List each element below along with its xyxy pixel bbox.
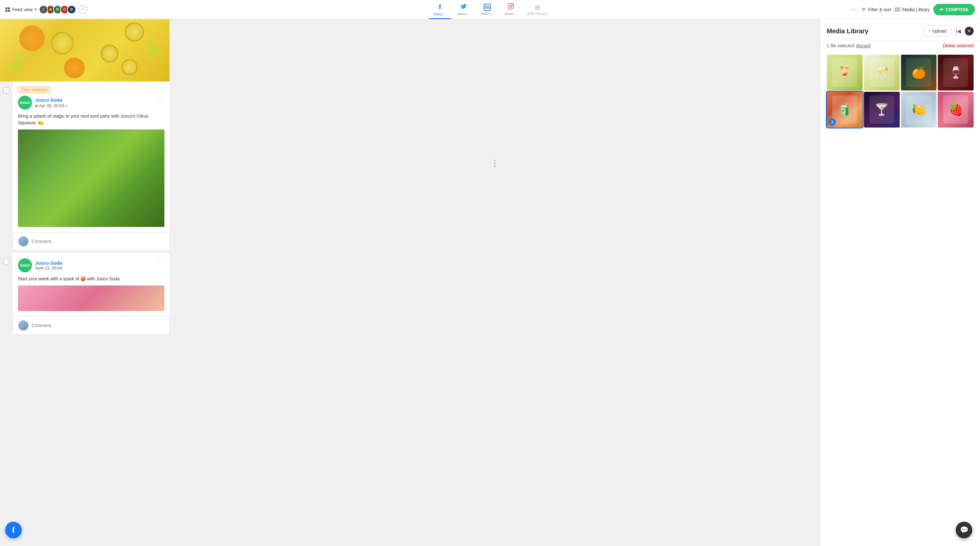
- comment-input-2[interactable]: [32, 323, 164, 328]
- upload-label: Upload: [932, 29, 947, 33]
- media-thumb-6[interactable]: 🍸: [864, 92, 900, 127]
- feed-view-button[interactable]: Feed view ▾: [5, 7, 37, 12]
- post1-image-placeholder: [18, 130, 164, 227]
- tab-linkedin[interactable]: in Jusco ...: [476, 0, 498, 19]
- discard-link[interactable]: discard: [856, 43, 870, 48]
- tab-instagram[interactable]: Jusco ...: [500, 0, 522, 19]
- delete-selected-button[interactable]: Delete selected: [943, 43, 974, 48]
- nav-right: ··· Filter & sort Media Library ✏ COMPOS…: [851, 4, 975, 15]
- post1-image: [18, 130, 164, 227]
- chevron-down-icon: ▾: [35, 7, 37, 11]
- avatar-4: D: [67, 5, 76, 14]
- media-thumb-2-image: 🥂: [864, 55, 900, 90]
- svg-point-6: [512, 5, 513, 5]
- post1-text: Bring a splash of magic to your next poo…: [18, 113, 164, 126]
- tab-facebook[interactable]: f Jusco ...: [429, 0, 451, 19]
- post2-container: Jusco Jusco Soda April 23, 20:59 ··· Sta…: [0, 253, 170, 316]
- svg-rect-1: [8, 7, 10, 9]
- post1-check-button[interactable]: [3, 87, 10, 94]
- main-layout: Citrus madness Jusco Jusco Soda ● Apr 29…: [0, 19, 980, 546]
- post1-tag: Citrus madness: [18, 87, 50, 93]
- tab-twitter[interactable]: Jusco ...: [452, 0, 475, 19]
- dot-1: [494, 160, 496, 162]
- add-pages-tab[interactable]: ⊞ ADD PAGES: [523, 0, 551, 19]
- post1-date-chevron[interactable]: ▾: [65, 103, 67, 108]
- media-thumb-1[interactable]: 🍹: [827, 55, 862, 90]
- post1-date: Apr 29, 20:59: [39, 103, 64, 108]
- comment-input-1[interactable]: [32, 239, 164, 244]
- collaborators-avatars: 2 A B C D: [39, 5, 74, 14]
- media-library-icon: [895, 7, 900, 12]
- post2-date: April 23, 20:59: [35, 266, 62, 270]
- comment-avatar-2: [18, 320, 29, 330]
- tab-facebook-label: Jusco ...: [433, 12, 447, 16]
- tab-instagram-label: Jusco ...: [504, 12, 517, 16]
- media-thumb-3-image: 🍊: [901, 55, 937, 90]
- svg-point-11: [897, 9, 898, 9]
- post2-more-button[interactable]: ···: [158, 258, 164, 265]
- plus-icon: +: [81, 7, 84, 12]
- media-library-collapse-button[interactable]: |◀: [954, 27, 963, 35]
- svg-rect-4: [508, 4, 514, 9]
- media-thumb-2[interactable]: 🥂: [864, 55, 900, 90]
- media-thumb-7[interactable]: 🍋: [901, 92, 937, 127]
- media-thumb-6-image: 🍸: [864, 92, 900, 127]
- add-user-button[interactable]: +: [78, 5, 87, 14]
- svg-point-5: [510, 5, 512, 8]
- post1-check-col: [0, 81, 13, 94]
- svg-rect-3: [8, 10, 10, 12]
- compose-icon: ✏: [940, 7, 943, 12]
- media-library-controls: 1 file selected discard Delete selected: [820, 41, 980, 51]
- dot-3: [494, 166, 496, 167]
- post2-check-button[interactable]: [3, 258, 10, 265]
- svg-rect-12: [899, 7, 900, 11]
- platform-tabs: f Jusco ... Jusco ... in Jusco ... Jusco…: [429, 0, 551, 19]
- media-thumb-5[interactable]: 🧃 1: [827, 92, 862, 127]
- top-navigation: Feed view ▾ 2 A B C D + f Jusco ... Jusc…: [0, 0, 980, 19]
- comment-avatar-1: [18, 236, 29, 246]
- media-thumb-4[interactable]: 🍷: [938, 55, 974, 90]
- post1-more-button[interactable]: ···: [158, 95, 164, 102]
- media-thumb-3[interactable]: 🍊: [901, 55, 937, 90]
- media-library-nav-label: Media Library: [903, 7, 930, 12]
- post1-wrap: Citrus madness Jusco Jusco Soda ● Apr 29…: [13, 81, 170, 232]
- post2-author[interactable]: Jusco Soda: [35, 260, 62, 266]
- add-pages-label: ADD PAGES: [527, 12, 547, 16]
- media-grid: 🍹 🥂 🍊 🍷 🧃: [820, 51, 980, 132]
- compose-button[interactable]: ✏ COMPOSE: [933, 4, 975, 15]
- media-library-close-button[interactable]: ✕: [965, 27, 974, 35]
- avatar-count: 2: [39, 5, 48, 14]
- post1-date-row: ● Apr 29, 20:59 ▾: [35, 103, 67, 108]
- post2-card: Jusco Jusco Soda April 23, 20:59 ··· Sta…: [13, 253, 170, 316]
- filter-icon: [861, 7, 866, 12]
- more-options-dots[interactable]: ···: [851, 6, 857, 13]
- post1-author[interactable]: Jusco Soda: [35, 97, 67, 103]
- chat-icon: 💬: [960, 526, 969, 534]
- media-thumb-8[interactable]: 🍓: [938, 92, 974, 127]
- media-library-header-right: ↑ Upload |◀ ✕: [923, 25, 974, 37]
- grid-icon: [5, 7, 10, 12]
- post2-check-col: [0, 253, 13, 265]
- media-thumb-4-image: 🍷: [938, 55, 974, 90]
- tab-twitter-label: Jusco ...: [457, 12, 470, 16]
- upload-button[interactable]: ↑ Upload: [923, 25, 951, 37]
- post2-brand-avatar: Jusco: [18, 258, 32, 272]
- add-pages-icon: ⊞: [535, 3, 540, 11]
- fb-icon: f: [12, 525, 15, 535]
- linkedin-icon: in: [484, 4, 491, 11]
- filter-sort-button[interactable]: Filter & sort: [861, 7, 891, 12]
- files-selected-count: 1 file selected: [827, 43, 854, 48]
- center-column: [170, 19, 820, 546]
- facebook-floating-button[interactable]: f: [5, 522, 22, 538]
- comment-area-2: [13, 316, 170, 335]
- post1-header-left: Jusco Jusco Soda ● Apr 29, 20:59 ▾: [18, 95, 67, 110]
- chat-floating-button[interactable]: 💬: [956, 522, 972, 538]
- instagram-icon: [508, 3, 514, 11]
- media-library-nav-button[interactable]: Media Library: [895, 7, 930, 12]
- media-thumb-8-image: 🍓: [938, 92, 974, 127]
- post2-wrap: Jusco Jusco Soda April 23, 20:59 ··· Sta…: [13, 253, 170, 316]
- media-thumb-7-image: 🍋: [901, 92, 937, 127]
- post2-header-left: Jusco Jusco Soda April 23, 20:59: [18, 258, 62, 272]
- upload-icon: ↑: [928, 29, 931, 33]
- compose-label: COMPOSE: [945, 7, 969, 12]
